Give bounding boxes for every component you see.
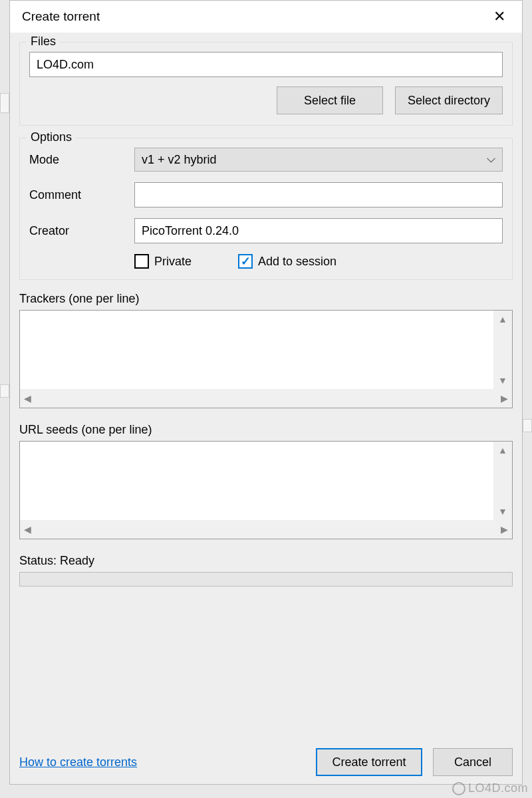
trackers-hscrollbar[interactable]: ◀ ▶ xyxy=(20,389,512,408)
create-torrent-button[interactable]: Create torrent xyxy=(316,748,422,776)
urlseeds-textarea[interactable]: ▲ ▼ ◀ ▶ xyxy=(19,441,513,539)
status-label: Status: Ready xyxy=(19,554,513,568)
titlebar: Create torrent ✕ xyxy=(10,1,522,33)
scroll-right-icon[interactable]: ▶ xyxy=(501,394,508,403)
select-directory-button[interactable]: Select directory xyxy=(395,86,503,114)
add-session-checkbox-wrap[interactable]: Add to session xyxy=(238,254,336,269)
scroll-right-icon[interactable]: ▶ xyxy=(501,525,508,534)
private-label: Private xyxy=(154,255,192,269)
creator-input[interactable] xyxy=(134,218,503,243)
add-session-checkbox[interactable] xyxy=(238,254,253,269)
comment-input[interactable] xyxy=(134,182,503,207)
private-checkbox-wrap[interactable]: Private xyxy=(134,254,192,269)
urlseeds-hscrollbar[interactable]: ◀ ▶ xyxy=(20,520,512,539)
urlseeds-vscrollbar[interactable]: ▲ ▼ xyxy=(493,442,512,520)
scroll-up-icon[interactable]: ▲ xyxy=(498,446,507,455)
dialog-title: Create torrent xyxy=(22,9,100,24)
close-icon[interactable]: ✕ xyxy=(486,9,513,24)
options-legend: Options xyxy=(27,130,76,144)
files-path-input[interactable] xyxy=(29,52,503,77)
trackers-textarea[interactable]: ▲ ▼ ◀ ▶ xyxy=(19,310,513,408)
create-torrent-dialog: Create torrent ✕ Files Select file Selec… xyxy=(9,0,523,785)
urlseeds-label: URL seeds (one per line) xyxy=(19,423,513,437)
mode-select[interactable]: v1 + v2 hybrid xyxy=(134,148,503,172)
options-group: Options Mode v1 + v2 hybrid Comment Crea… xyxy=(19,138,513,280)
scroll-down-icon[interactable]: ▼ xyxy=(498,507,507,516)
progress-bar xyxy=(19,572,513,587)
select-file-button[interactable]: Select file xyxy=(277,86,383,114)
comment-label: Comment xyxy=(29,188,134,202)
files-group: Files Select file Select directory xyxy=(19,42,513,126)
add-session-label: Add to session xyxy=(258,255,336,269)
scroll-up-icon[interactable]: ▲ xyxy=(498,315,507,324)
creator-label: Creator xyxy=(29,224,134,238)
scroll-left-icon[interactable]: ◀ xyxy=(24,394,31,403)
mode-value: v1 + v2 hybrid xyxy=(142,153,217,167)
private-checkbox[interactable] xyxy=(134,254,149,269)
scroll-down-icon[interactable]: ▼ xyxy=(498,376,507,385)
cancel-button[interactable]: Cancel xyxy=(433,748,513,776)
mode-label: Mode xyxy=(29,153,134,167)
globe-icon xyxy=(452,782,466,795)
help-link[interactable]: How to create torrents xyxy=(19,755,137,769)
dialog-client-area: Files Select file Select directory Optio… xyxy=(10,33,522,784)
files-legend: Files xyxy=(27,35,60,49)
dialog-footer: How to create torrents Create torrent Ca… xyxy=(19,740,513,776)
trackers-vscrollbar[interactable]: ▲ ▼ xyxy=(493,311,512,389)
scroll-left-icon[interactable]: ◀ xyxy=(24,525,31,534)
trackers-label: Trackers (one per line) xyxy=(19,292,513,306)
watermark: LO4D.com xyxy=(452,781,528,795)
